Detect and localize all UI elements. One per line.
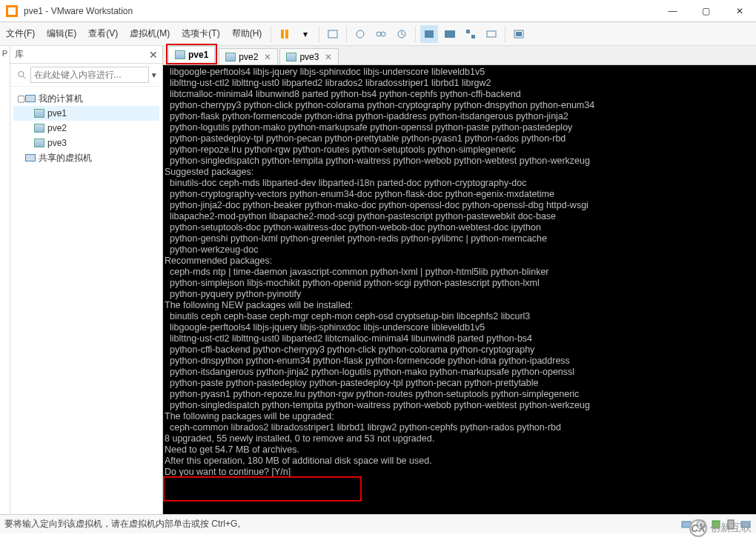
tree-item-label: pve1 xyxy=(47,108,67,119)
watermark-text: 创新互联 xyxy=(710,521,752,535)
tree-root-my-computer[interactable]: ▢ 我的计算机 xyxy=(13,91,159,106)
snapshot-button[interactable] xyxy=(351,25,369,43)
tab-pve3[interactable]: pve3 ✕ xyxy=(279,48,339,64)
vm-console[interactable]: libgoogle-perftools4 libjs-jquery libjs-… xyxy=(163,65,756,514)
tab-label: pve1 xyxy=(188,50,208,60)
statusbar: 要将输入定向到该虚拟机，请在虚拟机内部单击或按 Ctrl+G。 xyxy=(0,514,756,533)
library-tree: ▢ 我的计算机 pve1 pve2 pve3 共享的虚拟机 xyxy=(10,87,162,170)
svg-rect-13 xyxy=(516,32,522,36)
tree-item-pve3[interactable]: pve3 xyxy=(13,136,159,150)
status-text: 要将输入定向到该虚拟机，请在虚拟机内部单击或按 Ctrl+G。 xyxy=(4,518,246,530)
tab-bar: pve1 pve2 ✕ pve3 ✕ xyxy=(163,46,756,65)
menu-help[interactable]: 帮助(H) xyxy=(226,22,268,45)
svg-rect-11 xyxy=(487,31,496,37)
console-view-button[interactable] xyxy=(510,25,528,43)
main-area: P 库 ✕ ▼ ▢ 我的计算机 pve1 pve2 xyxy=(0,46,756,514)
svg-rect-2 xyxy=(328,30,337,38)
svg-rect-10 xyxy=(471,35,475,39)
terminal-text: libgoogle-perftools4 libjs-jquery libjs-… xyxy=(165,67,755,478)
menu-edit[interactable]: 编辑(E) xyxy=(41,22,82,45)
sidebar-title: 库 xyxy=(15,48,24,61)
watermark: CX 创新互联 xyxy=(689,519,752,537)
terminal-highlight-box xyxy=(163,476,362,501)
svg-point-3 xyxy=(357,30,364,38)
menu-tabs[interactable]: 选项卡(T) xyxy=(176,22,225,45)
tab-close-icon[interactable]: ✕ xyxy=(325,52,332,62)
svg-point-5 xyxy=(381,32,385,36)
tree-shared-label: 共享的虚拟机 xyxy=(39,152,92,164)
sidebar-close-button[interactable]: ✕ xyxy=(149,49,158,61)
vm-icon xyxy=(34,139,44,147)
tab-pve1[interactable]: pve1 xyxy=(168,46,215,62)
vm-icon xyxy=(286,53,296,61)
content-area: pve1 pve2 ✕ pve3 ✕ libgoogle-perftools4 … xyxy=(163,46,756,514)
svg-point-4 xyxy=(377,32,381,36)
snapshot-manager-button[interactable] xyxy=(372,25,390,43)
unity-button[interactable] xyxy=(462,25,480,43)
fit-guest-button[interactable] xyxy=(420,25,438,43)
library-sidebar: 库 ✕ ▼ ▢ 我的计算机 pve1 pve2 pve3 xyxy=(10,46,163,514)
vm-icon xyxy=(34,124,44,133)
menu-view[interactable]: 查看(V) xyxy=(82,22,124,45)
send-ctrl-alt-del-button[interactable] xyxy=(324,25,342,43)
menu-file[interactable]: 文件(F) xyxy=(0,22,41,45)
menubar: 文件(F) 编辑(E) 查看(V) 虚拟机(M) 选项卡(T) 帮助(H) ▾ xyxy=(0,22,756,46)
search-row: ▼ xyxy=(10,64,162,87)
sidebar-toggle[interactable]: P xyxy=(0,46,10,514)
tree-item-label: pve2 xyxy=(47,123,67,133)
svg-rect-7 xyxy=(425,30,434,38)
close-button[interactable]: ✕ xyxy=(723,0,756,22)
tab-label: pve2 xyxy=(239,52,258,62)
maximize-button[interactable]: ▢ xyxy=(689,0,723,22)
stretch-button[interactable] xyxy=(483,25,500,43)
revert-button[interactable] xyxy=(393,25,411,43)
search-dropdown-icon[interactable]: ▼ xyxy=(149,71,160,79)
tab-label: pve3 xyxy=(299,52,319,62)
svg-rect-9 xyxy=(466,30,470,33)
svg-point-14 xyxy=(19,71,24,76)
tab-highlight: pve1 xyxy=(166,44,217,64)
tree-shared-vms[interactable]: 共享的虚拟机 xyxy=(13,150,159,165)
vm-icon xyxy=(34,109,44,118)
watermark-logo-icon: CX xyxy=(689,519,707,537)
menu-vm[interactable]: 虚拟机(M) xyxy=(124,22,176,45)
minimize-button[interactable]: — xyxy=(656,0,689,22)
svg-rect-0 xyxy=(281,30,284,39)
vm-icon xyxy=(175,50,185,59)
tree-item-pve1[interactable]: pve1 xyxy=(13,106,159,121)
tab-close-icon[interactable]: ✕ xyxy=(264,52,271,62)
tree-item-pve2[interactable]: pve2 xyxy=(13,121,159,136)
titlebar: pve1 - VMware Workstation — ▢ ✕ xyxy=(0,0,756,22)
svg-rect-8 xyxy=(445,30,455,38)
vm-icon xyxy=(225,53,236,61)
computer-icon xyxy=(25,95,36,102)
pause-button[interactable] xyxy=(276,25,294,43)
svg-line-15 xyxy=(23,76,26,79)
sidebar-header: 库 ✕ xyxy=(10,46,162,64)
dropdown-button[interactable]: ▾ xyxy=(296,25,314,43)
fullscreen-button[interactable] xyxy=(441,25,459,43)
app-icon xyxy=(6,5,18,17)
tree-root-label: 我的计算机 xyxy=(39,93,83,105)
search-icon xyxy=(16,69,27,81)
shared-icon xyxy=(25,154,36,161)
tree-item-label: pve3 xyxy=(47,138,67,148)
window-title: pve1 - VMware Workstation xyxy=(24,6,656,16)
tab-pve2[interactable]: pve2 ✕ xyxy=(219,48,278,64)
svg-rect-1 xyxy=(285,30,288,39)
search-input[interactable] xyxy=(30,67,149,83)
